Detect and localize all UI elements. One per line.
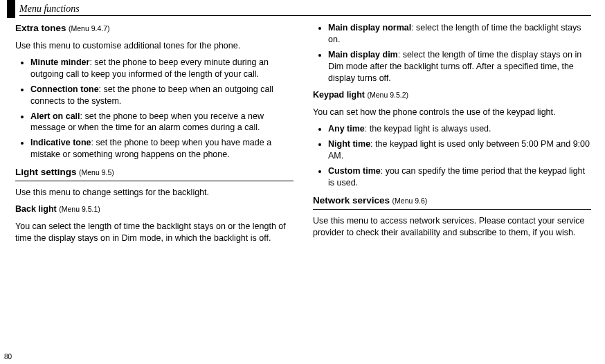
back-light-ref: (Menu 9.5.1) <box>59 205 100 213</box>
header-rule <box>19 15 591 16</box>
display-items-list: Main display normal: select the length o… <box>313 22 591 84</box>
list-item: Minute minder: set the phone to beep eve… <box>30 57 294 80</box>
light-settings-intro: Use this menu to change settings for the… <box>15 187 294 199</box>
list-item: Any time: the keypad light is always use… <box>328 123 591 135</box>
term: Main display normal <box>328 23 411 33</box>
network-services-intro: Use this menu to access network services… <box>313 215 591 239</box>
list-item: Custom time: you can spedify the time pe… <box>328 165 591 189</box>
rule <box>15 181 294 181</box>
term: Alert on call <box>30 111 80 121</box>
light-settings-ref: (Menu 9.5) <box>79 168 114 176</box>
network-services-ref: (Menu 9.6) <box>392 197 428 205</box>
term: Main display dim <box>328 50 398 60</box>
term: Night time <box>328 139 370 149</box>
term: Minute minder <box>30 57 89 67</box>
keypad-light-ref: (Menu 9.5.2) <box>368 91 409 99</box>
term: Connection tone <box>30 84 99 94</box>
back-light-title: Back light <box>15 204 57 214</box>
light-settings-title: Light settings <box>15 167 77 177</box>
keypad-light-list: Any time: the keypad light is always use… <box>313 123 591 188</box>
term: Custom time <box>328 166 381 176</box>
list-item: Night time: the keypad light is used onl… <box>328 138 591 162</box>
page-number: 80 <box>4 352 12 362</box>
keypad-light-intro: You can set how the phone controls the u… <box>313 107 591 118</box>
list-item: Main display dim: select the length of t… <box>328 49 591 84</box>
accent-bar <box>7 0 15 18</box>
rule <box>313 209 591 210</box>
extra-tones-intro: Use this menu to customise additional to… <box>15 40 294 52</box>
list-item: Indicative tone: set the phone to beep w… <box>30 137 294 161</box>
list-item: Alert on call: set the phone to beep whe… <box>30 111 294 134</box>
extra-tones-title: Extra tones <box>15 23 66 33</box>
term: Indicative tone <box>30 138 91 147</box>
network-services-title: Network services <box>313 195 390 206</box>
list-item: Main display normal: select the length o… <box>328 22 591 46</box>
term: Any time <box>328 124 365 134</box>
desc: : the keypad light is always used. <box>365 124 491 134</box>
keypad-light-title: Keypad light <box>313 90 365 100</box>
list-item: Connection tone: set the phone to beep w… <box>30 84 294 107</box>
right-column: Main display normal: select the length o… <box>313 22 591 249</box>
extra-tones-list: Minute minder: set the phone to beep eve… <box>15 57 294 161</box>
back-light-intro: You can select the length of time the ba… <box>15 221 294 244</box>
extra-tones-ref: (Menu 9.4.7) <box>69 24 110 33</box>
left-column: Extra tones (Menu 9.4.7) Use this menu t… <box>15 22 294 249</box>
section-title: Menu functions <box>19 3 80 16</box>
